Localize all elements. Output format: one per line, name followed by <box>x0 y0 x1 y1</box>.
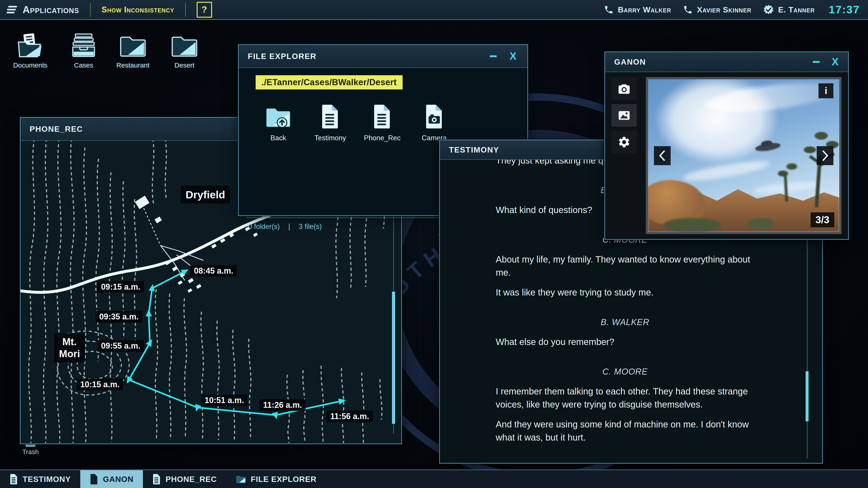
desktop-icon-label: Cases <box>64 61 103 69</box>
applications-menu[interactable]: Applications <box>7 4 79 15</box>
chevron-right-icon <box>820 149 830 162</box>
desktop-icon-desert[interactable]: Desert <box>164 32 204 69</box>
help-button[interactable]: ? <box>197 2 212 18</box>
desktop-icon-documents[interactable]: Documents <box>10 32 50 69</box>
status-files: 3 file(s) <box>299 223 322 231</box>
document-icon <box>9 474 18 485</box>
close-button[interactable]: X <box>509 51 517 61</box>
map-time-0955: 09:55 a.m. <box>97 340 144 352</box>
map-time-0935: 09:35 a.m. <box>96 311 142 323</box>
document-icon <box>152 474 161 485</box>
taskbar-item-ganon[interactable]: GANON <box>80 470 143 488</box>
desktop-icon-restaurant[interactable]: Restaurant <box>113 32 153 69</box>
folder-up-icon <box>265 106 291 129</box>
window-title: GANON <box>614 57 646 66</box>
file-item-label: Back <box>252 134 304 142</box>
archive-tray-icon <box>70 33 97 58</box>
document-icon <box>320 104 340 129</box>
topbar-separator <box>185 3 186 17</box>
taskbar-item-phone-rec[interactable]: PHONE_REC <box>143 470 226 488</box>
status-bar: 0 folder(s) | 3 file(s) <box>248 223 322 231</box>
taskbar-item-label: PHONE_REC <box>165 475 217 484</box>
taskbar-item-label: GANON <box>103 475 133 484</box>
desktop-icon-label: Documents <box>10 61 50 69</box>
map-time-1156: 11:56 a.m. <box>327 411 373 422</box>
testimony-line: I remember them talking to each other. T… <box>496 385 754 411</box>
photo-shrubs <box>747 218 774 229</box>
window-title: PHONE_REC <box>30 125 83 133</box>
desert-ufo-photo: i 3/3 <box>648 79 839 232</box>
photo-joshua-tree <box>775 156 797 201</box>
testimony-line: It was like they were trying to study me… <box>496 286 754 299</box>
ganon-sidebar <box>608 77 640 158</box>
map-scrollbar-thumb[interactable] <box>392 292 395 424</box>
document-icon <box>373 104 392 129</box>
testimony-line: And they were using some kind of machine… <box>496 418 754 444</box>
contact-e-tanner[interactable]: E. Tanner <box>763 4 815 15</box>
ganon-title-bar[interactable]: GANON X <box>605 52 848 72</box>
camera-mode-button[interactable] <box>612 77 637 100</box>
file-item-label: Phone_Rec <box>356 134 408 142</box>
desktop-icon-cases[interactable]: Cases <box>64 32 103 69</box>
gallery-mode-button[interactable] <box>612 104 637 127</box>
desktop-icon-label: Restaurant <box>113 61 153 69</box>
folder-icon <box>120 34 146 58</box>
close-button[interactable]: X <box>832 57 839 67</box>
file-item-phone-rec[interactable]: Phone_Rec <box>356 102 408 142</box>
status-folders: 0 folder(s) <box>248 223 280 231</box>
file-item-testimony[interactable]: Testimony <box>304 102 356 142</box>
next-photo-button[interactable] <box>817 146 833 165</box>
minimize-button[interactable] <box>490 55 497 57</box>
taskbar-item-file-explorer[interactable]: FILE EXPLORER <box>226 470 326 488</box>
photo-info-button[interactable]: i <box>818 84 833 98</box>
contact-name: E. Tanner <box>778 5 815 14</box>
previous-photo-button[interactable] <box>654 146 671 165</box>
contact-barry-walker[interactable]: Barry Walker <box>604 5 671 15</box>
map-time-1126: 11:26 a.m. <box>259 399 306 411</box>
hamburger-menu-icon <box>7 5 18 14</box>
photo-joshua-tree <box>802 126 835 207</box>
folder-icon <box>236 475 246 484</box>
settings-button[interactable] <box>612 131 637 153</box>
image-document-icon <box>425 104 444 129</box>
chevron-left-icon <box>658 149 667 162</box>
testimony-scrollbar-thumb[interactable] <box>806 371 809 421</box>
gear-icon <box>618 135 631 149</box>
photo-counter: 3/3 <box>811 213 834 227</box>
window-ganon: GANON X <box>604 52 849 240</box>
badge-icon <box>763 4 774 15</box>
open-folder-documents-icon <box>16 33 45 58</box>
desktop-icon-label: Desert <box>164 61 204 69</box>
document-icon <box>90 474 98 485</box>
map-time-1051: 10:51 a.m. <box>201 394 248 406</box>
window-title: FILE EXPLORER <box>248 52 316 61</box>
top-bar: Applications Show Inconsistency ? Barry … <box>0 0 868 20</box>
path-bar[interactable]: ./ETanner/Cases/BWalker/Desert <box>256 75 403 90</box>
gallery-icon <box>618 109 631 122</box>
map-label-dryfield: Dryfield <box>181 186 230 203</box>
taskbar-item-testimony[interactable]: TESTIMONY <box>0 470 80 488</box>
file-item-camera[interactable]: Camera <box>408 102 460 142</box>
contact-xavier-skinner[interactable]: Xavier Skinner <box>683 5 751 15</box>
status-divider: | <box>288 223 290 231</box>
testimony-line: About my life, my family. They wanted to… <box>496 253 754 279</box>
trash-label: Trash <box>16 448 45 456</box>
minimize-button[interactable] <box>813 61 819 63</box>
clock: 17:37 <box>829 3 860 16</box>
taskbar-item-label: TESTIMONY <box>23 475 71 484</box>
contact-name: Barry Walker <box>618 5 671 14</box>
map-time-1015: 10:15 a.m. <box>76 379 123 390</box>
photo-shrubs <box>663 218 721 232</box>
testimony-speaker: B. WALKER <box>496 316 754 328</box>
file-item-back[interactable]: Back <box>252 102 304 142</box>
file-item-label: Testimony <box>304 134 356 142</box>
file-explorer-title-bar[interactable]: FILE EXPLORER X <box>239 45 527 68</box>
map-time-0845: 08:45 a.m. <box>190 265 237 277</box>
contact-name: Xavier Skinner <box>697 5 751 14</box>
show-inconsistency-button[interactable]: Show Inconsistency <box>101 5 174 14</box>
photo-frame: i 3/3 <box>646 77 842 234</box>
topbar-separator <box>90 3 91 17</box>
map-label-mt-mori: Mt. Mori <box>54 333 85 363</box>
folder-icon <box>171 34 198 58</box>
testimony-speaker: B. WALKER <box>496 461 754 462</box>
